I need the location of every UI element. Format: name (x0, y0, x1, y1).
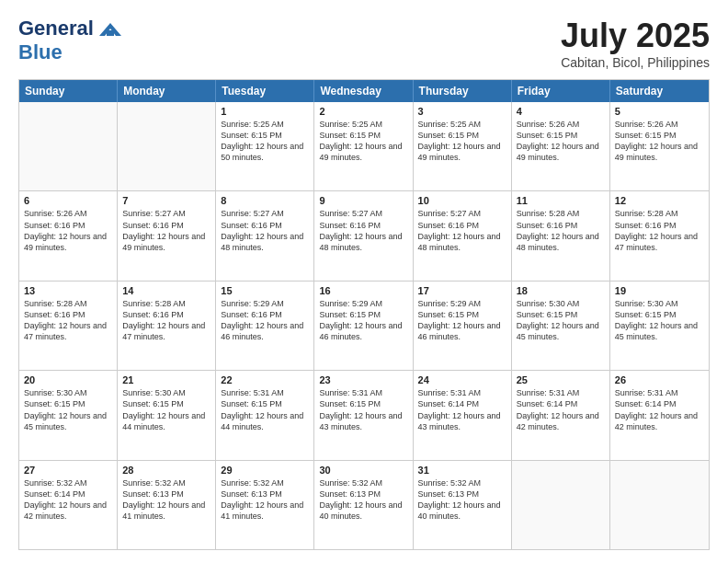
weekday-header-wednesday: Wednesday (314, 80, 413, 102)
calendar-cell-empty-0-0 (19, 102, 118, 190)
day-number: 25 (517, 374, 605, 385)
day-number: 26 (615, 374, 704, 385)
sun-info: Sunrise: 5:31 AM Sunset: 6:14 PM Dayligh… (615, 387, 704, 432)
subtitle: Cabitan, Bicol, Philippines (561, 55, 710, 70)
day-number: 29 (221, 465, 309, 476)
day-number: 6 (24, 195, 112, 206)
sun-info: Sunrise: 5:25 AM Sunset: 6:15 PM Dayligh… (221, 119, 309, 164)
calendar-cell-15: 15Sunrise: 5:29 AM Sunset: 6:16 PM Dayli… (216, 282, 314, 370)
sun-info: Sunrise: 5:29 AM Sunset: 6:15 PM Dayligh… (319, 298, 407, 343)
calendar-cell-21: 21Sunrise: 5:30 AM Sunset: 6:15 PM Dayli… (118, 371, 216, 459)
sun-info: Sunrise: 5:27 AM Sunset: 6:16 PM Dayligh… (319, 208, 407, 253)
day-number: 24 (418, 374, 506, 385)
sun-info: Sunrise: 5:31 AM Sunset: 6:15 PM Dayligh… (319, 387, 407, 432)
day-number: 20 (24, 374, 112, 385)
sun-info: Sunrise: 5:26 AM Sunset: 6:16 PM Dayligh… (24, 208, 112, 253)
calendar-cell-7: 7Sunrise: 5:27 AM Sunset: 6:16 PM Daylig… (118, 191, 216, 280)
weekday-header-friday: Friday (512, 80, 610, 102)
day-number: 31 (418, 465, 506, 476)
day-number: 1 (221, 106, 309, 117)
weekday-header-monday: Monday (118, 80, 216, 102)
svg-rect-1 (107, 30, 114, 36)
day-number: 14 (122, 285, 210, 296)
calendar-body: 1Sunrise: 5:25 AM Sunset: 6:15 PM Daylig… (19, 102, 709, 549)
calendar-cell-8: 8Sunrise: 5:27 AM Sunset: 6:16 PM Daylig… (216, 191, 314, 280)
day-number: 16 (319, 285, 407, 296)
calendar-cell-28: 28Sunrise: 5:32 AM Sunset: 6:13 PM Dayli… (118, 461, 216, 549)
day-number: 10 (418, 195, 506, 206)
calendar-cell-19: 19Sunrise: 5:30 AM Sunset: 6:15 PM Dayli… (610, 282, 709, 370)
calendar-cell-25: 25Sunrise: 5:31 AM Sunset: 6:14 PM Dayli… (512, 371, 610, 459)
calendar-cell-10: 10Sunrise: 5:27 AM Sunset: 6:16 PM Dayli… (414, 191, 512, 280)
sun-info: Sunrise: 5:28 AM Sunset: 6:16 PM Dayligh… (122, 298, 210, 343)
main-title: July 2025 (561, 17, 710, 55)
calendar-cell-1: 1Sunrise: 5:25 AM Sunset: 6:15 PM Daylig… (216, 102, 314, 190)
day-number: 23 (319, 374, 407, 385)
calendar-cell-empty-0-1 (118, 102, 216, 190)
calendar-cell-27: 27Sunrise: 5:32 AM Sunset: 6:14 PM Dayli… (19, 461, 118, 549)
sun-info: Sunrise: 5:27 AM Sunset: 6:16 PM Dayligh… (418, 208, 506, 253)
calendar-cell-3: 3Sunrise: 5:25 AM Sunset: 6:15 PM Daylig… (414, 102, 512, 190)
day-number: 9 (319, 195, 407, 206)
day-number: 17 (418, 285, 506, 296)
day-number: 21 (122, 374, 210, 385)
day-number: 7 (122, 195, 210, 206)
logo-icon (96, 19, 125, 40)
sun-info: Sunrise: 5:32 AM Sunset: 6:13 PM Dayligh… (221, 477, 309, 523)
sun-info: Sunrise: 5:28 AM Sunset: 6:16 PM Dayligh… (615, 208, 704, 253)
calendar-cell-18: 18Sunrise: 5:30 AM Sunset: 6:15 PM Dayli… (512, 282, 610, 370)
sun-info: Sunrise: 5:31 AM Sunset: 6:14 PM Dayligh… (517, 387, 605, 432)
logo-blue: Blue (18, 40, 63, 63)
day-number: 12 (615, 195, 704, 206)
calendar-cell-13: 13Sunrise: 5:28 AM Sunset: 6:16 PM Dayli… (19, 282, 118, 370)
sun-info: Sunrise: 5:31 AM Sunset: 6:15 PM Dayligh… (221, 387, 309, 432)
sun-info: Sunrise: 5:30 AM Sunset: 6:15 PM Dayligh… (24, 387, 112, 432)
calendar-cell-22: 22Sunrise: 5:31 AM Sunset: 6:15 PM Dayli… (216, 371, 314, 459)
day-number: 11 (517, 195, 605, 206)
sun-info: Sunrise: 5:30 AM Sunset: 6:15 PM Dayligh… (517, 298, 605, 343)
calendar-header: SundayMondayTuesdayWednesdayThursdayFrid… (19, 80, 709, 102)
calendar-cell-17: 17Sunrise: 5:29 AM Sunset: 6:15 PM Dayli… (414, 282, 512, 370)
calendar-row-3: 20Sunrise: 5:30 AM Sunset: 6:15 PM Dayli… (19, 370, 709, 459)
day-number: 13 (24, 285, 112, 296)
sun-info: Sunrise: 5:26 AM Sunset: 6:15 PM Dayligh… (517, 119, 605, 164)
sun-info: Sunrise: 5:28 AM Sunset: 6:16 PM Dayligh… (517, 208, 605, 253)
calendar-row-0: 1Sunrise: 5:25 AM Sunset: 6:15 PM Daylig… (19, 102, 709, 190)
calendar-cell-6: 6Sunrise: 5:26 AM Sunset: 6:16 PM Daylig… (19, 191, 118, 280)
calendar-cell-9: 9Sunrise: 5:27 AM Sunset: 6:16 PM Daylig… (314, 191, 413, 280)
calendar-row-2: 13Sunrise: 5:28 AM Sunset: 6:16 PM Dayli… (19, 281, 709, 370)
day-number: 15 (221, 285, 309, 296)
sun-info: Sunrise: 5:32 AM Sunset: 6:13 PM Dayligh… (319, 477, 407, 523)
weekday-header-tuesday: Tuesday (216, 80, 314, 102)
day-number: 22 (221, 374, 309, 385)
sun-info: Sunrise: 5:27 AM Sunset: 6:16 PM Dayligh… (221, 208, 309, 253)
day-number: 3 (418, 106, 506, 117)
calendar: SundayMondayTuesdayWednesdayThursdayFrid… (18, 79, 710, 550)
calendar-cell-30: 30Sunrise: 5:32 AM Sunset: 6:13 PM Dayli… (314, 461, 413, 549)
sun-info: Sunrise: 5:29 AM Sunset: 6:15 PM Dayligh… (418, 298, 506, 343)
calendar-cell-5: 5Sunrise: 5:26 AM Sunset: 6:15 PM Daylig… (610, 102, 709, 190)
weekday-header-thursday: Thursday (414, 80, 512, 102)
sun-info: Sunrise: 5:30 AM Sunset: 6:15 PM Dayligh… (122, 387, 210, 432)
calendar-cell-empty-4-5 (512, 461, 610, 549)
calendar-cell-31: 31Sunrise: 5:32 AM Sunset: 6:13 PM Dayli… (414, 461, 512, 549)
weekday-header-saturday: Saturday (610, 80, 709, 102)
calendar-cell-2: 2Sunrise: 5:25 AM Sunset: 6:15 PM Daylig… (314, 102, 413, 190)
sun-info: Sunrise: 5:32 AM Sunset: 6:13 PM Dayligh… (122, 477, 210, 523)
logo: General Blue (18, 17, 125, 64)
day-number: 30 (319, 465, 407, 476)
sun-info: Sunrise: 5:25 AM Sunset: 6:15 PM Dayligh… (319, 119, 407, 164)
title-block: July 2025 Cabitan, Bicol, Philippines (561, 17, 710, 70)
sun-info: Sunrise: 5:25 AM Sunset: 6:15 PM Dayligh… (418, 119, 506, 164)
sun-info: Sunrise: 5:31 AM Sunset: 6:14 PM Dayligh… (418, 387, 506, 432)
header: General Blue July 2025 Cabitan, Bicol, P… (18, 17, 710, 70)
calendar-row-4: 27Sunrise: 5:32 AM Sunset: 6:14 PM Dayli… (19, 460, 709, 549)
calendar-cell-23: 23Sunrise: 5:31 AM Sunset: 6:15 PM Dayli… (314, 371, 413, 459)
day-number: 19 (615, 285, 704, 296)
calendar-cell-11: 11Sunrise: 5:28 AM Sunset: 6:16 PM Dayli… (512, 191, 610, 280)
calendar-row-1: 6Sunrise: 5:26 AM Sunset: 6:16 PM Daylig… (19, 190, 709, 280)
day-number: 18 (517, 285, 605, 296)
day-number: 2 (319, 106, 407, 117)
sun-info: Sunrise: 5:30 AM Sunset: 6:15 PM Dayligh… (615, 298, 704, 343)
sun-info: Sunrise: 5:27 AM Sunset: 6:16 PM Dayligh… (122, 208, 210, 253)
